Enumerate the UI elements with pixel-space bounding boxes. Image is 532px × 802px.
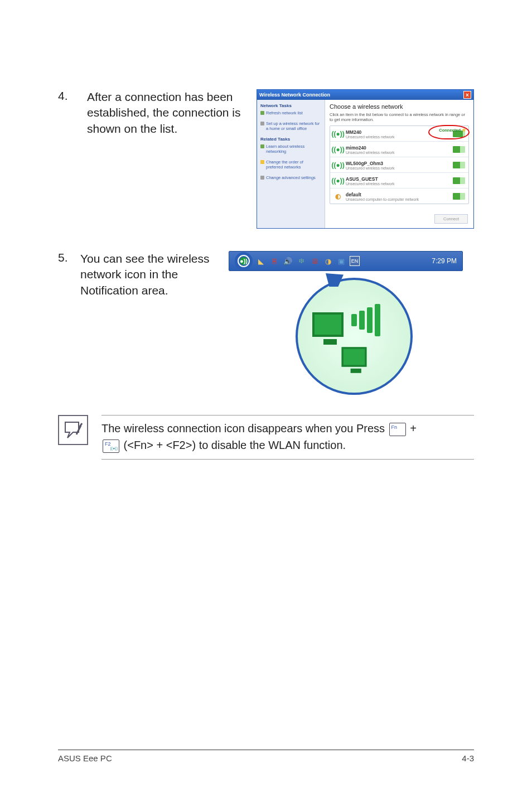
wireless-network-connection-window: Wireless Network Connection × Network Ta… [257,89,474,229]
network-security: Unsecured wireless network [346,151,449,154]
note-text: The wireless connection icon disappears … [101,415,474,460]
window-title: Wireless Network Connection [259,92,330,98]
monitor-pixel-icon [342,347,367,366]
wifi-waves-pixel-icon [351,303,396,337]
tray-volume-icon[interactable]: 🔊 [283,256,293,266]
zoom-callout [296,278,413,395]
step4-text: After a connection has been established,… [87,89,241,137]
choose-network-heading: Choose a wireless network [330,103,469,110]
network-security: Unsecured wireless network [346,182,449,186]
network-security: Unsecured wireless network [346,135,449,139]
signal-bars-icon [453,162,465,168]
network-name: default [346,192,449,197]
step5-text: You can see the wireless network icon in… [80,251,220,298]
signal-bars-icon [453,193,465,200]
monitor-pixel-icon [312,312,344,337]
tray-network-icon[interactable]: 🖥 [309,256,320,266]
network-name: ASUS_GUEST [346,176,449,182]
change-order-link[interactable]: Change the order of preferred networks [266,160,321,170]
network-tasks-heading: Network Tasks [260,103,321,108]
note-icon [58,415,88,445]
tray-icon[interactable]: ◣ [256,256,266,266]
tray-lang-icon[interactable]: EN [350,256,360,266]
connected-badge: Connected [439,127,466,133]
plus-text: + [410,422,417,434]
note-line2: (<Fn> + <F2>) to disable the WLAN functi… [124,439,346,451]
network-item[interactable]: ((●)) WL500gP_Ohm3 Unsecured wireless ne… [330,157,468,173]
network-name: mimo240 [346,145,449,151]
choose-network-hint: Click an item in the list below to conne… [330,112,469,122]
tray-shield-icon[interactable]: ⛨ [269,256,279,266]
notification-area-taskbar: ●)) ◣ ⛨ 🔊 ፨ 🖥 ◑ ▣ EN 7:29 PM [229,251,463,271]
learn-wireless-link[interactable]: Learn about wireless networking [266,144,321,154]
step5-number: 5. [58,251,71,264]
close-icon[interactable]: × [463,91,471,99]
tray-clock[interactable]: 7:29 PM [432,257,457,265]
step4-number: 4. [58,89,71,103]
note-line1a: The wireless connection icon disappears … [101,422,388,434]
wifi-antenna-icon: ((●)) [333,175,342,187]
network-item[interactable]: ((●)) MM240 Unsecured wireless network C… [330,126,468,142]
refresh-network-list-link[interactable]: Refresh network list [266,110,321,115]
adhoc-network-icon: ◐ [333,190,342,202]
network-security: Unsecured wireless network [346,166,449,170]
network-item[interactable]: ((●)) ASUS_GUEST Unsecured wireless netw… [330,173,468,189]
footer-page-number: 4-3 [462,753,474,763]
wifi-antenna-icon: ((●)) [333,159,342,171]
setup-wireless-network-link[interactable]: Set up a wireless network for a home or … [266,121,321,131]
tray-icon[interactable]: ◑ [323,256,333,266]
network-item[interactable]: ◐ default Unsecured computer-to-computer… [330,189,468,204]
network-name: WL500gP_Ohm3 [346,161,449,166]
change-advanced-link[interactable]: Change advanced settings [266,175,321,180]
wifi-antenna-icon: ((●)) [333,128,342,140]
footer-product: ASUS Eee PC [58,753,112,763]
signal-bars-icon [453,177,465,184]
wifi-tray-highlight: ●)) [235,252,253,270]
network-name: MM240 [346,129,449,135]
network-list: ((●)) MM240 Unsecured wireless network C… [330,125,469,204]
wifi-tray-icon[interactable]: ●)) [238,255,250,267]
network-security: Unsecured computer-to-computer network [346,197,449,201]
tray-icon[interactable]: ▣ [336,256,346,266]
network-item[interactable]: ((●)) mimo240 Unsecured wireless network [330,142,468,157]
signal-bars-icon [453,146,465,153]
window-sidebar: Network Tasks Refresh network list Set u… [257,100,325,228]
connect-button[interactable]: Connect [434,214,468,224]
f2-key-icon: F2((●)) [103,439,119,453]
wifi-antenna-icon: ((●)) [333,143,342,156]
fn-key-icon: Fn [389,423,406,436]
related-tasks-heading: Related Tasks [260,137,321,142]
tray-icon[interactable]: ፨ [296,256,306,266]
